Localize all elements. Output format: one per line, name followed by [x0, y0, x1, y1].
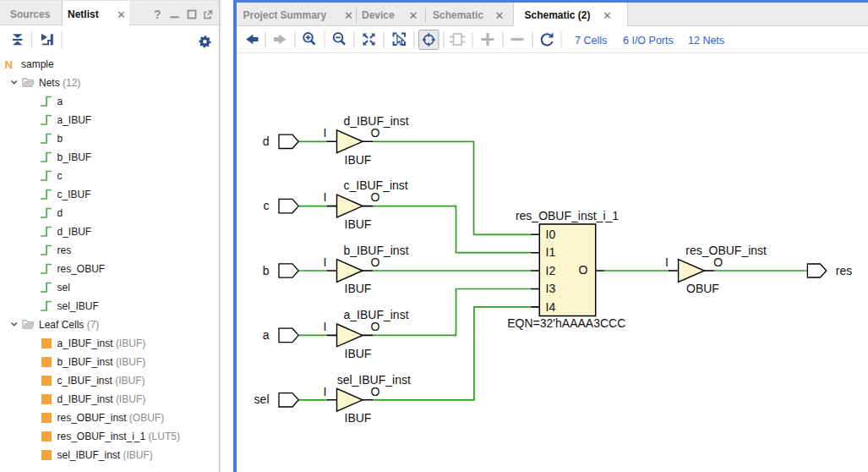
svg-text:I: I: [324, 126, 327, 140]
svg-text:IBUF: IBUF: [345, 347, 372, 360]
svg-text:I3: I3: [546, 282, 556, 295]
svg-text:res_OBUF_inst_i_1: res_OBUF_inst_i_1: [516, 209, 619, 222]
svg-text:IBUF: IBUF: [345, 411, 372, 425]
svg-text:O: O: [371, 320, 380, 333]
svg-text:res_OBUF_inst: res_OBUF_inst: [685, 244, 767, 257]
svg-text:res: res: [836, 264, 852, 277]
svg-text:O: O: [371, 385, 380, 398]
svg-text:I: I: [324, 385, 327, 398]
svg-text:I: I: [665, 255, 669, 269]
svg-text:d: d: [263, 134, 270, 148]
svg-text:?: ?: [154, 8, 161, 21]
svg-text:d_IBUF_inst: d_IBUF_inst: [344, 114, 409, 128]
svg-text:b: b: [263, 264, 270, 277]
svg-text:IBUF: IBUF: [345, 282, 372, 295]
svg-text:O: O: [371, 190, 380, 204]
svg-text:a: a: [263, 328, 270, 342]
svg-text:I4: I4: [546, 300, 556, 314]
svg-text:c: c: [264, 199, 270, 212]
svg-text:IBUF: IBUF: [345, 217, 372, 231]
svg-text:O: O: [371, 126, 380, 140]
svg-text:sel_IBUF_inst: sel_IBUF_inst: [337, 373, 411, 387]
svg-text:I: I: [324, 190, 327, 204]
svg-text:O: O: [579, 263, 588, 277]
svg-text:c_IBUF_inst: c_IBUF_inst: [344, 178, 408, 192]
svg-text:I2: I2: [546, 264, 556, 277]
svg-text:N: N: [5, 58, 13, 71]
svg-text:O: O: [713, 255, 723, 269]
svg-text:sel: sel: [254, 392, 270, 406]
svg-text:IBUF: IBUF: [345, 153, 372, 167]
svg-text:I0: I0: [546, 228, 556, 241]
svg-text:a_IBUF_inst: a_IBUF_inst: [344, 308, 409, 321]
svg-text:OBUF: OBUF: [686, 282, 719, 295]
svg-text:I: I: [324, 320, 327, 333]
svg-text:EQN=32'hAAAA3CCC: EQN=32'hAAAA3CCC: [507, 316, 625, 330]
svg-text:I1: I1: [546, 245, 556, 259]
svg-text:b_IBUF_inst: b_IBUF_inst: [344, 244, 409, 257]
svg-text:I: I: [324, 255, 327, 269]
svg-text:O: O: [371, 255, 380, 269]
